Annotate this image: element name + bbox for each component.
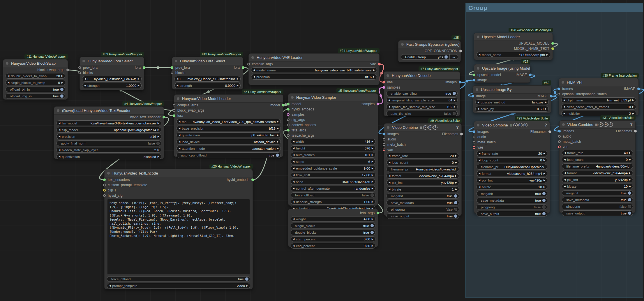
node-5[interactable]: HunyuanVideo Samplermodelsampleshyvid_em… [288, 93, 378, 206]
toggle-dot[interactable] [454, 194, 457, 198]
collapse-dot-icon[interactable] [477, 67, 479, 70]
input-dot[interactable] [287, 124, 290, 126]
stepper-left-icon[interactable]: ◀ [253, 75, 255, 78]
widget-save_output[interactable]: save_outputtrue [477, 211, 547, 216]
widget-temporal_tiling_sample_size[interactable]: ◀temporal_tiling_sample_size64▶ [386, 97, 458, 103]
nav-arrow-icon[interactable]: → [452, 55, 456, 59]
stepper-right-icon[interactable]: ▶ [632, 112, 634, 115]
stepper-left-icon[interactable]: ◀ [84, 84, 86, 87]
node-27[interactable]: Upscale Image (using Model)upscale_model… [474, 64, 530, 83]
node-2[interactable]: HunyuanVideo VAE Loadercompile_argsvae◀m… [248, 53, 380, 85]
widget-value[interactable]: 10 [625, 105, 631, 109]
toggle-dot[interactable] [628, 205, 631, 208]
widget-quantization[interactable]: ◀quantizationfp8_e4m3fn_fast▶ [177, 132, 281, 138]
collapse-dot-icon[interactable] [57, 109, 59, 112]
stepper-right-icon[interactable]: ▶ [372, 218, 373, 220]
node-title-bar[interactable]: (Down)Load HunyuanVideo TextEncoder [54, 107, 164, 115]
toggle-dot[interactable] [444, 55, 448, 59]
output-dot[interactable] [378, 63, 381, 66]
widget-value[interactable]: 10 [536, 185, 542, 189]
widget-value[interactable]: 1 [449, 188, 454, 191]
stepper-right-icon[interactable]: ▶ [629, 152, 631, 154]
widget-single_blocks_to_swap[interactable]: ◀single_blocks_to_swap0▶ [6, 80, 65, 85]
widget-value[interactable]: 0 [538, 159, 542, 162]
widget-pingpong[interactable]: pingpongfalse [477, 204, 547, 210]
output-dot[interactable] [550, 95, 553, 98]
stepper-right-icon[interactable]: ▶ [545, 108, 547, 110]
stepper-left-icon[interactable]: ◀ [179, 140, 180, 143]
stepper-left-icon[interactable]: ◀ [179, 127, 180, 130]
widget-value[interactable]: video/nvenc_h264-mp4 [590, 171, 628, 175]
toggle-dot[interactable] [453, 112, 456, 115]
node-13[interactable]: HunyuanVideo Lora Selectprev_loralorablo… [172, 57, 243, 89]
input-dot[interactable] [558, 135, 561, 138]
widget-lora[interactable]: ◀lorahv/Sexy_Dance_e15.safetensors▶ [174, 76, 241, 82]
stepper-left-icon[interactable]: ◀ [84, 78, 86, 80]
collapse-dot-icon[interactable] [387, 126, 389, 129]
widget-value[interactable]: 40 [622, 151, 628, 155]
node-title-bar[interactable]: Video Combine▦VHS? [474, 121, 550, 129]
input-dot[interactable] [287, 129, 290, 132]
widget-value[interactable]: Kijai/llava-llama-3-8b-text-encoder-toke… [88, 122, 156, 125]
node-4[interactable]: (Down)Load HunyuanVideo TextEncoderhyvid… [54, 106, 164, 159]
stepper-left-icon[interactable]: ◀ [293, 167, 294, 170]
widget-value[interactable]: Hunyuan/videos/lowres/vid [414, 168, 456, 171]
input-dot[interactable] [173, 104, 175, 107]
stepper-right-icon[interactable]: ▶ [545, 101, 547, 103]
widget-value[interactable]: 4.00 [361, 217, 370, 221]
stepper-right-icon[interactable]: ▶ [629, 172, 631, 174]
input-dot[interactable] [173, 109, 175, 112]
toggle-dot[interactable] [156, 142, 160, 145]
node-7[interactable]: HunyuanVideo Decodevaeimagessamplesenabl… [384, 71, 460, 116]
widget-attention_mode[interactable]: ◀attention_modesageattn_varlen▶ [177, 146, 281, 151]
widget-value[interactable]: 1.0000 [124, 84, 136, 87]
widget-single_blocks[interactable]: single_blockstrue [291, 223, 375, 228]
input-dot[interactable] [473, 74, 475, 76]
stepper-right-icon[interactable]: ▶ [455, 188, 457, 191]
widget-frame_rate[interactable]: ◀frame_rate20▶ [387, 153, 459, 159]
widget-value[interactable]: 0.50 [534, 107, 543, 111]
stepper-right-icon[interactable]: ▶ [372, 167, 373, 170]
widget-value[interactable]: video/nvenc_h264-mp4 [505, 172, 542, 175]
widget-value[interactable]: hv/Sexy_Dance_e15.safetensors [185, 77, 235, 81]
output-dot[interactable] [634, 130, 637, 133]
stepper-left-icon[interactable]: ◀ [563, 112, 565, 115]
node-11[interactable]: HunyuanVideo BlockSwapblock_swap_args◀do… [3, 59, 68, 100]
input-dot[interactable] [78, 72, 81, 74]
widget-value[interactable]: 20 [448, 154, 454, 158]
toggle-dot[interactable] [370, 193, 374, 197]
widget-value[interactable]: 450166204648136 [340, 180, 370, 184]
stepper-left-icon[interactable]: ◀ [389, 161, 390, 164]
wire-midpoint-dot[interactable] [380, 94, 382, 97]
stepper-right-icon[interactable]: ▶ [629, 185, 631, 188]
widget-value[interactable]: 6 [366, 160, 370, 163]
input-dot[interactable] [287, 113, 290, 116]
input-dot[interactable] [103, 189, 106, 192]
input-dot[interactable] [557, 88, 560, 90]
widget-save_metadata[interactable]: save_metadatatrue [562, 197, 633, 203]
node-20[interactable]: HunyuanVideo TextEncodetext_encodershyvi… [104, 169, 253, 289]
stepper-left-icon[interactable]: ◀ [293, 140, 294, 143]
stepper-right-icon[interactable]: ▶ [372, 174, 373, 176]
stepper-left-icon[interactable]: ◀ [564, 178, 566, 181]
wire-midpoint-dot[interactable] [157, 66, 159, 69]
stepper-right-icon[interactable]: ▶ [546, 53, 548, 56]
widget-steps[interactable]: ◀steps6▶ [291, 159, 375, 164]
stepper-left-icon[interactable]: ◀ [293, 180, 294, 183]
stepper-left-icon[interactable]: ◀ [564, 185, 566, 188]
widget-bitrate[interactable]: ◀bitrate10▶ [477, 184, 547, 190]
widget-value[interactable]: randomize [352, 187, 370, 190]
widget-scale_by[interactable]: ◀scale_by0.50▶ [475, 106, 549, 112]
stepper-right-icon[interactable]: ▶ [373, 69, 375, 71]
stepper-right-icon[interactable]: ▶ [61, 75, 63, 77]
stepper-right-icon[interactable]: ▶ [158, 122, 159, 124]
widget-weight[interactable]: ◀weight4.00▶ [291, 216, 375, 222]
stepper-left-icon[interactable]: ◀ [389, 188, 390, 191]
widget-prompt_template[interactable]: ◀prompt_templatevideo▶ [107, 283, 250, 288]
widget-format[interactable]: ◀formatvideo/nvenc_h264-mp4▶ [477, 171, 547, 176]
output-dot[interactable] [66, 69, 69, 71]
widget-value[interactable]: 20 [54, 74, 60, 78]
widget-strength[interactable]: ◀strength1.0000▶ [82, 83, 142, 88]
widget-num_frames[interactable]: ◀num_frames101▶ [291, 152, 375, 158]
widget-value[interactable]: openai/clip-vit-large-patch14 [112, 128, 156, 132]
